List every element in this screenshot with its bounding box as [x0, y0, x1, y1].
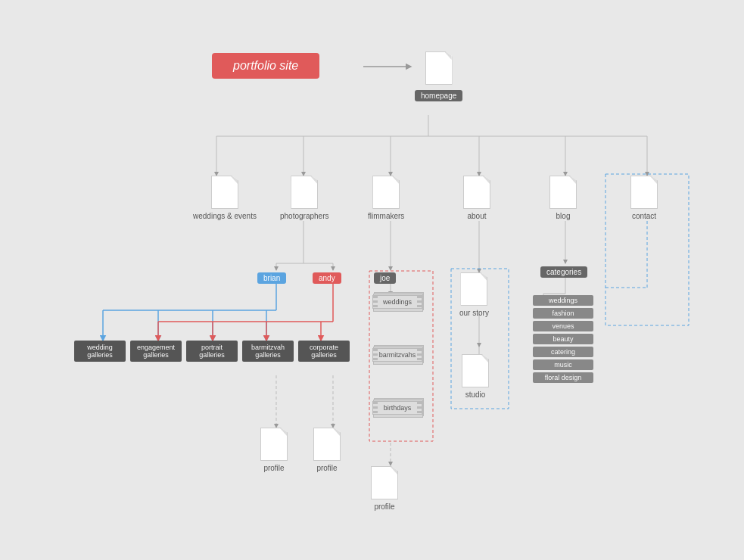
profile-andy-doc-icon — [313, 428, 341, 461]
birthdays-stack-label: birthdays — [372, 401, 422, 415]
contact-label: contact — [632, 212, 656, 220]
site-map-canvas: portfolio site homepage weddings & event… — [0, 0, 744, 560]
photographers-node: photographers — [280, 176, 329, 220]
brian-badge: brian — [257, 270, 286, 284]
andy-badge: andy — [313, 270, 341, 284]
cat-music: music — [533, 359, 593, 370]
corporate-galleries-card: corporategalleries — [298, 341, 350, 362]
cat-venues: venues — [533, 321, 593, 331]
studio-label: studio — [465, 390, 486, 399]
profile-andy-node: profile — [313, 428, 341, 472]
about-doc-icon — [463, 176, 490, 209]
contact-node: contact — [630, 176, 658, 220]
categories-badge: categories — [540, 264, 587, 278]
photographers-label: photographers — [280, 212, 329, 220]
weddings-label: weddings & events — [193, 212, 257, 220]
filmmaker-barmitzvahs-stack: barmitzvahs — [372, 348, 422, 363]
weddings-node: weddings & events — [193, 176, 257, 220]
about-label: about — [467, 212, 486, 220]
portrait-galleries-card: portraitgalleries — [186, 341, 238, 362]
photographers-doc-icon — [291, 176, 318, 209]
cat-catering: catering — [533, 347, 593, 357]
barmitzvah-galleries-card: barmitzvahgalleries — [242, 341, 294, 362]
profile-andy-label: profile — [316, 464, 337, 472]
weddings-doc-icon — [211, 176, 238, 209]
weddings-stack-label: weddings — [372, 295, 422, 309]
contact-doc-icon — [630, 176, 658, 209]
homepage-badge: homepage — [415, 90, 462, 101]
blog-doc-icon — [549, 176, 577, 209]
categories-list: weddings fashion venues beauty catering … — [533, 295, 593, 385]
profile-brian-label: profile — [263, 464, 284, 472]
homepage-doc-icon — [425, 51, 453, 85]
studio-node: studio — [462, 354, 489, 399]
profile-brian-node: profile — [260, 428, 288, 472]
blog-node: blog — [549, 176, 577, 220]
cat-beauty: beauty — [533, 334, 593, 344]
about-node: about — [463, 176, 490, 220]
studio-doc-icon — [462, 354, 489, 387]
profile-joe-doc-icon — [371, 466, 398, 499]
our-story-node: our story — [459, 272, 489, 317]
filmmakers-doc-icon — [372, 176, 400, 209]
galleries-row: wedding galleries engagementgalleries po… — [74, 341, 350, 362]
profile-brian-doc-icon — [260, 428, 288, 461]
filmmaker-birthdays-stack: birthdays — [372, 401, 422, 416]
joe-badge: joe — [374, 270, 396, 284]
homepage-node: homepage — [415, 51, 462, 101]
profile-joe-label: profile — [374, 502, 394, 511]
cat-floral-design: floral design — [533, 372, 593, 383]
engagement-galleries-card: engagementgalleries — [130, 341, 182, 362]
wedding-galleries-card: wedding galleries — [74, 341, 126, 362]
filmmakers-node: flimmakers — [368, 176, 404, 220]
filmmakers-label: flimmakers — [368, 212, 404, 220]
cat-fashion: fashion — [533, 308, 593, 319]
our-story-label: our story — [459, 309, 489, 317]
profile-joe-node: profile — [371, 466, 398, 511]
portfolio-label: portfolio site — [212, 53, 319, 79]
cat-weddings: weddings — [533, 295, 593, 306]
barmitzvahs-stack-label: barmitzvahs — [372, 348, 422, 362]
blog-label: blog — [556, 212, 571, 220]
filmmaker-weddings-stack: weddings — [372, 295, 422, 310]
our-story-doc-icon — [460, 272, 487, 306]
